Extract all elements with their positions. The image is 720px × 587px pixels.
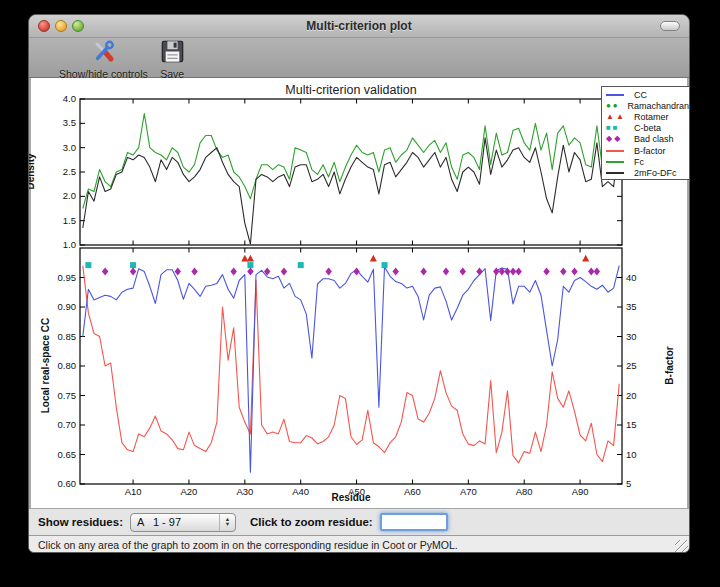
figure-area: Multi-criterion validation Density Local… [31,78,687,508]
bad-clash-marker [543,268,549,276]
x-tick-label: A20 [181,486,198,497]
status-text: Click on any area of the graph to zoom i… [38,539,458,551]
legend-entry: B-factor [606,145,689,156]
y-tick-label: 30 [626,331,637,342]
bad-clash-marker [191,268,197,276]
bad-clash-marker [130,268,136,276]
legend-label: Ramachandran [627,101,689,111]
y-tick-label: 40 [626,272,637,283]
y-tick-label: 0.70 [58,419,77,430]
y-tick-label: 1.5 [63,215,76,226]
save-button[interactable]: Save [160,38,185,80]
ramachandran-legend-symbol: ●● [606,102,625,110]
rotamer-legend-symbol: ▲▲ [606,113,632,121]
2mfo-dfc-legend-symbol [606,172,632,174]
c-beta-marker [298,262,304,268]
cc-curve [83,266,619,473]
rotamer-marker [241,255,248,262]
bad-clash-marker [102,268,108,276]
bad-clash-marker [281,268,287,276]
residue-range-select[interactable]: A 1 - 97 ▲▼ [130,513,236,532]
x-tick-label: A90 [572,486,589,497]
y-tick-label: 0.60 [58,478,77,489]
b-factor-legend-symbol [606,150,632,152]
bad-clash-marker [175,268,181,276]
x-tick-label: A50 [348,486,365,497]
c-beta-marker [247,262,253,268]
legend-label: B-factor [634,146,666,156]
y-tick-label: 3.0 [63,142,76,153]
legend-label: Rotamer [634,112,669,122]
y-tick-label: 2.0 [63,190,76,201]
y-tick-label: 0.80 [58,360,77,371]
app-window: Multi-criterion plot Show/hide controls [28,14,690,553]
x-tick-label: A40 [292,486,309,497]
rotamer-marker [582,255,589,262]
legend-entry: Fc [606,156,689,167]
window-title: Multi-criterion plot [29,19,689,33]
title-bar[interactable]: Multi-criterion plot [29,15,689,38]
bad-clash-marker [325,268,331,276]
rotamer-marker [247,255,254,262]
y-tick-label: 15 [626,419,637,430]
y-tick-label: 0.75 [58,390,77,401]
cc-legend-symbol [606,94,632,96]
bad-clash-marker [510,268,516,276]
plot-canvas[interactable]: A10A20A30A40A50A60A70A80A901.01.52.02.53… [31,78,687,508]
y-tick-label: 4.0 [63,93,76,104]
y-tick-label: 3.5 [63,117,76,128]
bad-clash-marker [247,268,253,276]
bad-clash-marker [571,268,577,276]
legend-label: 2mFo-DFc [634,168,677,178]
show-residues-label: Show residues: [38,516,123,528]
show-hide-controls-button[interactable]: Show/hide controls [59,38,148,80]
controls-bar: Show residues: A 1 - 97 ▲▼ Click to zoom… [29,508,689,535]
resize-grip[interactable] [675,540,688,553]
legend-label: Fc [634,157,644,167]
zoom-residue-label: Click to zoom residue: [250,516,373,528]
y-tick-label: 0.95 [58,272,77,283]
bad-clash-legend-symbol: ◆◆ [606,135,632,143]
residue-range-value: A 1 - 97 [131,516,219,528]
bad-clash-marker [476,268,482,276]
c-beta-marker [85,262,91,268]
legend-entry: ●●Ramachandran [606,100,689,111]
y-tick-label: 1.0 [63,239,76,250]
bad-clash-marker [460,268,466,276]
y-tick-label: 10 [626,449,637,460]
status-bar: Click on any area of the graph to zoom i… [29,535,689,553]
bad-clash-marker [443,268,449,276]
y-tick-label: 20 [626,390,637,401]
x-tick-label: A30 [236,486,253,497]
y-tick-label: 25 [626,360,637,371]
stepper-arrows-icon: ▲▼ [219,514,235,531]
bad-clash-marker [393,268,399,276]
twofofc-curve [83,138,619,244]
legend-entry: ■■C-beta [606,123,689,134]
y-tick-label: 5 [626,478,631,489]
bad-clash-marker [353,268,359,276]
legend: CC●●Ramachandran▲▲Rotamer■■C-beta◆◆Bad c… [601,86,690,180]
save-icon [160,39,185,68]
bad-clash-marker [230,268,236,276]
x-tick-label: A60 [404,486,421,497]
x-tick-label: A80 [516,486,533,497]
y-tick-label: 2.5 [63,166,76,177]
bfactor-curve [83,266,619,463]
c-beta-marker [130,262,136,268]
zoom-residue-input[interactable] [380,513,448,531]
y-tick-label: 0.90 [58,301,77,312]
tools-icon [91,39,116,68]
legend-entry: CC [606,89,689,100]
legend-entry: ▲▲Rotamer [606,111,689,122]
bad-clash-marker [560,268,566,276]
legend-entry: ◆◆Bad clash [606,134,689,145]
legend-label: C-beta [634,123,661,133]
legend-label: CC [634,90,647,100]
y-tick-label: 0.85 [58,331,77,342]
toolbar-toggle-button[interactable] [660,21,680,31]
fc-legend-symbol [606,161,632,163]
x-tick-label: A10 [125,486,142,497]
rotamer-marker [370,255,377,262]
legend-label: Bad clash [634,134,674,144]
